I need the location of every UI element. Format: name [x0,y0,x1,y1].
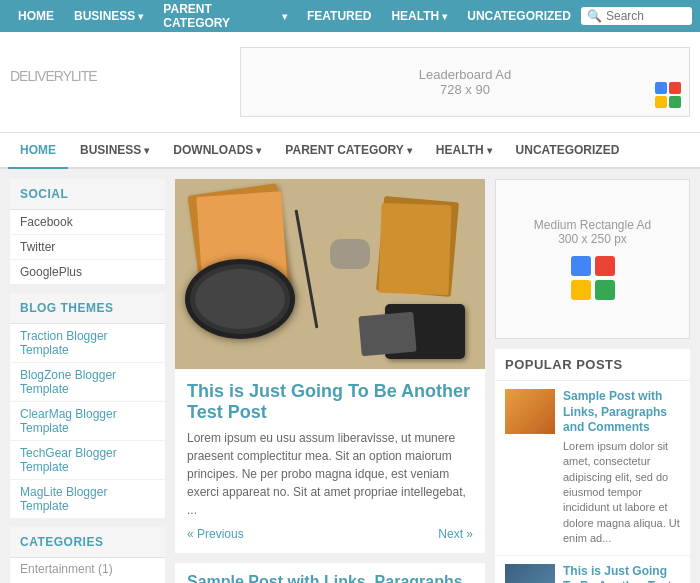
post1-next[interactable]: Next » [438,527,473,541]
secnav-health[interactable]: HEALTH [424,133,504,169]
social-googleplus[interactable]: GooglePlus [10,260,165,285]
cat-entertainment-label: Entertainment [20,562,95,576]
topnav-home[interactable]: HOME [8,0,64,32]
leaderboard-ad: Leaderboard Ad 728 x 90 [240,47,690,117]
sidebar: SOCIAL Facebook Twitter GooglePlus BLOG … [10,179,165,583]
theme-maglite[interactable]: MagLite Blogger Template [10,480,165,519]
post2-header: Sample Post with Links, Paragraphs and C… [175,563,485,583]
ad-logo-red [669,82,681,94]
social-title: SOCIAL [10,179,165,210]
topnav-health[interactable]: HEALTH [381,0,457,32]
theme-blogzone[interactable]: BlogZone Blogger Template [10,363,165,402]
secnav-uncategorized[interactable]: UNCATEGORIZED [504,133,632,169]
ad-logo-lg-blue [571,256,591,276]
topnav-uncategorized[interactable]: UNCATEGORIZED [457,0,581,32]
medium-rectangle-ad: Medium Rectangle Ad 300 x 250 px [495,179,690,339]
popular-posts-title: POPULAR POSTS [495,349,690,381]
popular-item-2: This is Just Going To Be Another Test Po… [495,556,690,583]
ad-logo-large [571,256,615,300]
theme-clearmag[interactable]: ClearMag Blogger Template [10,402,165,441]
post1-prev[interactable]: « Previous [187,527,244,541]
social-facebook[interactable]: Facebook [10,210,165,235]
blog-themes-title: BLOG THEMES [10,293,165,324]
popular-thumb-2 [505,564,555,583]
leaderboard-ad-text: Leaderboard Ad 728 x 90 [419,67,512,97]
post2-title[interactable]: Sample Post with Links, Paragraphs and C… [187,573,473,583]
sidebar-categories: CATEGORIES Entertainment (1) Graphic Des… [10,527,165,583]
popular-info-2: This is Just Going To Be Another Test Po… [563,564,680,583]
social-links: Facebook Twitter GooglePlus [10,210,165,285]
secnav-home[interactable]: HOME [8,133,68,169]
right-sidebar: Medium Rectangle Ad 300 x 250 px POPULAR… [495,179,690,583]
post1-card: This is Just Going To Be Another Test Po… [175,369,485,553]
popular-post-title-2[interactable]: This is Just Going To Be Another Test Po… [563,564,680,583]
sidebar-social: SOCIAL Facebook Twitter GooglePlus [10,179,165,285]
site-logo[interactable]: DELIVERYLITE [10,66,97,98]
popular-thumb-1 [505,389,555,434]
top-nav: HOME BUSINESS PARENT CATEGORY FEATURED H… [0,0,700,32]
post2-card: Sample Post with Links, Paragraphs and C… [175,563,485,583]
post1-excerpt: Lorem ipsum eu usu assum liberavisse, ut… [187,429,473,519]
secnav-parent-category[interactable]: PARENT CATEGORY [273,133,423,169]
ad-logo-green [669,96,681,108]
popular-item-1: Sample Post with Links, Paragraphs and C… [495,381,690,556]
logo-main: DELIVERY [10,68,71,84]
cat-entertainment-count: (1) [98,562,113,576]
site-header: DELIVERYLITE Leaderboard Ad 728 x 90 [0,32,700,133]
category-entertainment[interactable]: Entertainment (1) [10,558,165,580]
popular-post-title-1[interactable]: Sample Post with Links, Paragraphs and C… [563,389,680,436]
secondary-nav: HOME BUSINESS DOWNLOADS PARENT CATEGORY … [0,133,700,169]
main-layout: SOCIAL Facebook Twitter GooglePlus BLOG … [0,169,700,583]
ad-medium-text: Medium Rectangle Ad 300 x 250 px [534,218,651,246]
main-content: This is Just Going To Be Another Test Po… [175,179,485,583]
popular-info-1: Sample Post with Links, Paragraphs and C… [563,389,680,547]
ad-logo [655,82,681,108]
blog-themes-list: Traction Blogger Template BlogZone Blogg… [10,324,165,519]
post1-title[interactable]: This is Just Going To Be Another Test Po… [187,381,473,423]
topnav-business[interactable]: BUSINESS [64,0,153,32]
ad-logo-lg-yellow [571,280,591,300]
topnav-parent-category[interactable]: PARENT CATEGORY [153,0,297,32]
ad-logo-yellow [655,96,667,108]
popular-excerpt-1: Lorem ipsum dolor sit amet, consectetur … [563,439,680,547]
secnav-business[interactable]: BUSINESS [68,133,161,169]
nav-search-box: 🔍 [581,7,692,25]
search-input[interactable] [606,9,686,23]
post1-nav: « Previous Next » [187,527,473,541]
ad-logo-lg-red [595,256,615,276]
categories-list: Entertainment (1) Graphic Design (5) HTM… [10,558,165,583]
ad-logo-lg-green [595,280,615,300]
topnav-featured[interactable]: FEATURED [297,0,381,32]
search-icon: 🔍 [587,9,602,23]
social-twitter[interactable]: Twitter [10,235,165,260]
theme-traction[interactable]: Traction Blogger Template [10,324,165,363]
ad-logo-blue [655,82,667,94]
theme-techgear[interactable]: TechGear Blogger Template [10,441,165,480]
categories-title: CATEGORIES [10,527,165,558]
sidebar-blog-themes: BLOG THEMES Traction Blogger Template Bl… [10,293,165,519]
post1-featured-image [175,179,485,369]
logo-sub: LITE [71,68,97,84]
popular-posts-widget: POPULAR POSTS Sample Post with Links, Pa… [495,349,690,583]
secnav-downloads[interactable]: DOWNLOADS [161,133,273,169]
